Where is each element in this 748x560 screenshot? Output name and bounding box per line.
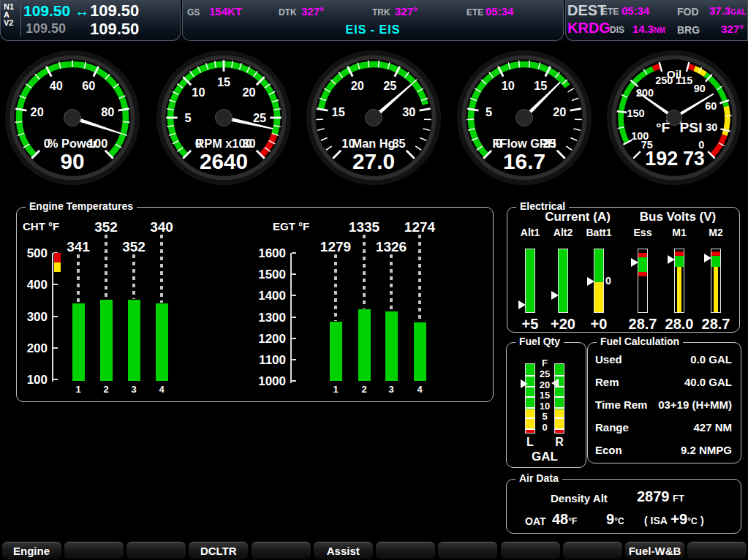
cht-bar-1 <box>72 303 85 381</box>
softkey-blank-5[interactable] <box>252 542 311 559</box>
m2-label: M2 <box>698 227 734 238</box>
fuel-scale-tick <box>555 428 564 430</box>
fuel-scale-label: 10 <box>533 401 556 412</box>
m2-bar-segment <box>711 256 720 267</box>
svg-text:60: 60 <box>82 79 95 92</box>
softkey-blank-12[interactable] <box>687 542 747 559</box>
cht-caution-marker <box>54 262 61 272</box>
fuel-pointer-left <box>521 379 528 388</box>
batt1-bar-track <box>594 249 604 313</box>
cht-y-axis <box>52 253 53 382</box>
svg-text:20: 20 <box>31 105 44 118</box>
right-tank-label: R <box>551 436 567 449</box>
egt-cylinder-label: 2 <box>357 384 371 395</box>
ess-bar-segment <box>638 272 647 276</box>
egt-cylinder-label: 1 <box>328 384 343 395</box>
oat-celsius: 9°C <box>606 511 624 528</box>
alt1-bar-track <box>525 249 535 313</box>
engine-temperatures-panel: Engine Temperatures CHT °F EGT °F 500400… <box>16 207 494 402</box>
fuel-scale-tick <box>526 375 534 377</box>
egt-axis-tick <box>292 295 296 296</box>
svg-text:10: 10 <box>192 86 205 99</box>
egt-y-label: 1500 <box>255 268 286 282</box>
fuel-scale-label: 5 <box>533 411 556 422</box>
cht-axis-tick <box>53 347 58 349</box>
alt2-bar-track <box>558 249 568 313</box>
batt1-pointer <box>587 277 594 286</box>
softkey-blank-7[interactable] <box>376 542 435 559</box>
egt-axis-tick <box>292 252 296 254</box>
svg-text:20: 20 <box>553 105 566 118</box>
egt-bar-1 <box>330 322 342 381</box>
svg-text:80: 80 <box>101 105 114 118</box>
range-row: Range427 NM <box>595 421 732 434</box>
svg-text:5: 5 <box>486 105 492 118</box>
m2-bar-segment <box>714 267 718 312</box>
cht-leader-line <box>77 254 80 303</box>
softkey-dcltr[interactable]: DCLTR <box>189 542 248 559</box>
cht-y-label: 100 <box>17 373 48 387</box>
softkey-engine[interactable]: Engine <box>2 542 61 559</box>
fuel-scale-label: 0 <box>533 422 556 433</box>
cht-axis-tick <box>53 379 58 380</box>
egt-value-label: 1274 <box>394 219 445 235</box>
svg-text:15: 15 <box>332 105 345 118</box>
alt1-bar-segment <box>526 249 534 312</box>
softkey-fuel-w-b[interactable]: Fuel-W&B <box>625 542 684 559</box>
m1-bar-track <box>674 249 684 313</box>
svg-text:Man Hg: Man Hg <box>352 137 396 150</box>
m1-label: M1 <box>661 227 698 238</box>
egt-leader-line <box>334 254 337 321</box>
egt-value-label: 1326 <box>366 239 417 255</box>
cht-cylinder-label: 3 <box>126 384 141 395</box>
cht-bar-2 <box>100 300 113 381</box>
fuel-scale-tick <box>526 396 534 398</box>
oat-fahrenheit: 48°F <box>552 511 577 528</box>
softkey-assist[interactable]: Assist <box>314 542 373 559</box>
needle-hub <box>215 109 232 126</box>
econ-row: Econ9.2 NMPG <box>595 444 732 456</box>
svg-text:25: 25 <box>253 111 266 124</box>
svg-text:30: 30 <box>402 105 415 118</box>
oil-gauge: Oil751001502002500306090115°FPSI19273 <box>604 48 744 188</box>
egt-bar-4 <box>414 322 426 381</box>
cht-bar-4 <box>156 303 168 381</box>
cht-cylinder-label: 1 <box>71 384 86 395</box>
egt-axis-tick <box>292 338 296 339</box>
softkey-blank-2[interactable] <box>64 542 124 559</box>
ess-bar-track <box>638 249 648 313</box>
cht-value-label: 340 <box>136 219 187 235</box>
cht-axis-tick <box>53 284 58 285</box>
ess-bar-segment <box>638 257 647 272</box>
svg-text:30: 30 <box>706 121 717 133</box>
engine-temperatures-title: Engine Temperatures <box>26 200 137 212</box>
fuel-calculation-panel: Fuel Calculation Used0.0 GAL Rem40.0 GAL… <box>587 342 741 463</box>
fuel-scale-tick <box>555 407 564 409</box>
fuel-used-row: Used0.0 GAL <box>595 353 732 366</box>
cht-y-label: 400 <box>17 278 48 292</box>
fuel-rem-row: Rem40.0 GAL <box>595 376 732 388</box>
m1-bar-segment <box>677 267 681 312</box>
softkey-blank-10[interactable] <box>563 542 622 559</box>
softkey-blank-8[interactable] <box>438 542 497 559</box>
m2-value: 28.7 <box>694 316 738 333</box>
svg-text:20: 20 <box>351 79 364 92</box>
egt-y-label: 1400 <box>255 289 286 303</box>
batt1-bar-segment <box>594 249 603 282</box>
fuel-scale-tick <box>555 417 564 419</box>
softkey-blank-9[interactable] <box>501 542 560 559</box>
svg-text:90: 90 <box>60 149 84 173</box>
svg-text:25: 25 <box>383 79 396 92</box>
needle-hub <box>64 109 80 126</box>
cht-axis-tick <box>53 316 58 317</box>
m2-bar-track <box>711 249 721 313</box>
egt-y-label: 1200 <box>255 332 286 347</box>
softkey-blank-3[interactable] <box>126 542 186 559</box>
egt-y-label: 1300 <box>255 311 286 325</box>
svg-text:100: 100 <box>631 130 649 142</box>
egt-y-label: 1000 <box>255 374 286 389</box>
batt1-value: +0 <box>577 316 621 333</box>
cht-y-label: 500 <box>17 246 48 261</box>
percent-power-gauge: 020406080100% Power90 <box>2 48 143 188</box>
svg-text:20: 20 <box>243 86 256 99</box>
